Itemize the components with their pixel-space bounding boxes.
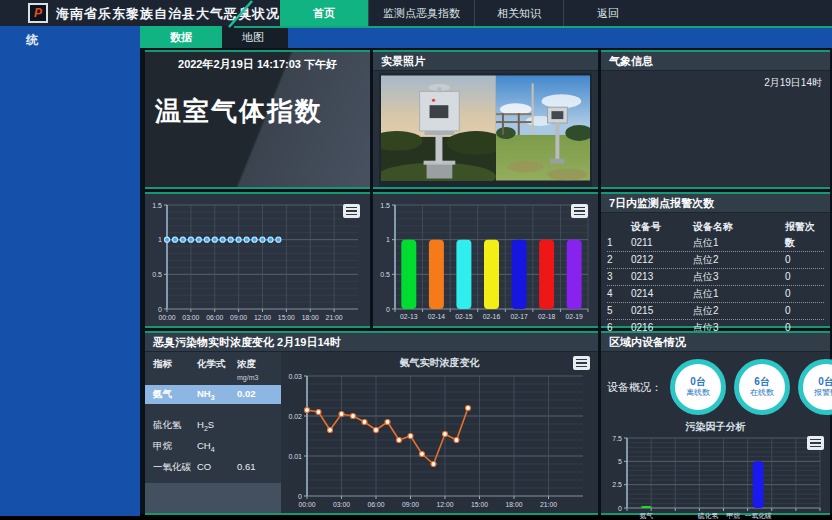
- pollutant-panel: 恶臭污染物实时浓度变化 2月19日14时 指标 化学式 浓度 mg/m3 氨气N…: [145, 331, 598, 515]
- pollutant-table: 指标 化学式 浓度 mg/m3 氨气NH30.02硫化氢H2S甲烷CH4一氧化碳…: [145, 352, 281, 513]
- tab-bar: 数据地图: [140, 26, 832, 48]
- device-stat-circle: 6台在线数: [734, 359, 790, 415]
- svg-text:15:00: 15:00: [471, 501, 488, 508]
- photo-strip: [379, 73, 592, 187]
- chart-menu-icon[interactable]: [573, 356, 590, 370]
- svg-text:06:00: 06:00: [206, 314, 223, 321]
- nav-item[interactable]: 相关知识: [474, 0, 563, 26]
- alarm-table: 设备号 设备名称 报警次数 10211点位1020212点位2030213点位3…: [601, 213, 830, 337]
- alarm-table-panel: 7日内监测点报警次数 设备号 设备名称 报警次数 10211点位1020212点…: [601, 192, 830, 328]
- svg-text:一氧化碳: 一氧化碳: [745, 512, 772, 520]
- svg-text:21:00: 21:00: [326, 314, 343, 321]
- chart-menu-icon[interactable]: [807, 436, 824, 450]
- svg-text:硫化氢: 硫化氢: [697, 512, 719, 520]
- svg-text:1.5: 1.5: [152, 202, 162, 209]
- tab-item[interactable]: 数据: [140, 26, 222, 48]
- svg-text:09:00: 09:00: [402, 501, 419, 508]
- pollutant-row[interactable]: 甲烷CH4: [145, 437, 281, 456]
- svg-text:18:00: 18:00: [302, 314, 319, 321]
- pollutant-body: 指标 化学式 浓度 mg/m3 氨气NH30.02硫化氢H2S甲烷CH4一氧化碳…: [145, 352, 598, 513]
- photos-panel-title: 实景照片: [373, 52, 598, 71]
- svg-text:2.5: 2.5: [612, 481, 622, 488]
- photo-monitoring-station-2: [496, 75, 590, 181]
- devices-panel-title: 区域内设备情况: [601, 333, 830, 352]
- svg-text:12:00: 12:00: [436, 501, 453, 508]
- svg-text:00:00: 00:00: [298, 501, 315, 508]
- pollutant-row[interactable]: 一氧化碳CO0.61: [145, 458, 281, 477]
- svg-text:0.03: 0.03: [288, 373, 302, 380]
- svg-text:0: 0: [158, 306, 162, 313]
- svg-text:02-16: 02-16: [483, 313, 501, 320]
- weather-panel: 气象信息 2月19日14时: [601, 50, 830, 189]
- svg-text:12:00: 12:00: [254, 314, 271, 321]
- svg-text:1: 1: [386, 236, 390, 243]
- devices-panel: 区域内设备情况 设备概况： 0台离线数6台在线数0台报警数 污染因子分析 02.…: [601, 331, 830, 515]
- alarm-table-row: 30213点位30: [607, 269, 824, 286]
- svg-text:0: 0: [618, 505, 622, 512]
- alarm-table-row: 50215点位20: [607, 303, 824, 320]
- svg-text:0.01: 0.01: [288, 453, 302, 460]
- svg-text:03:00: 03:00: [333, 501, 350, 508]
- pollution-bar-chart: 02.557.5氨气硫化氢甲烷一氧化碳: [601, 434, 828, 520]
- chart-menu-icon[interactable]: [343, 204, 360, 218]
- nav-item[interactable]: 返回: [563, 0, 652, 26]
- alarm-table-row: 20212点位20: [607, 252, 824, 269]
- svg-text:15:00: 15:00: [278, 314, 295, 321]
- chart-menu-icon[interactable]: [571, 204, 588, 218]
- top-header: P 海南省乐东黎族自治县大气恶臭状况实时发布系 首页监测点恶臭指数相关知识返回: [0, 0, 832, 26]
- datetime-text: 2022年2月19日 14:17:03 下午好: [145, 52, 370, 72]
- ammonia-chart-container: 氨气实时浓度变化 00.010.020.0300:0003:0006:0009:…: [281, 352, 598, 513]
- svg-text:氨气: 氨气: [640, 512, 654, 519]
- logo-glyph: P: [34, 7, 42, 19]
- pollution-chart-container: 02.557.5氨气硫化氢甲烷一氧化碳: [601, 434, 830, 520]
- daily-bar-chart-panel: 00.511.502-1302-1402-1502-1602-1702-1802…: [373, 192, 598, 328]
- nav-item[interactable]: 监测点恶臭指数: [368, 0, 474, 26]
- weather-body: 2月19日14时: [601, 71, 830, 186]
- svg-text:06:00: 06:00: [367, 501, 384, 508]
- pollutant-panel-title: 恶臭污染物实时浓度变化 2月19日14时: [145, 333, 598, 352]
- svg-text:0: 0: [386, 306, 390, 313]
- greeting-panel: 2022年2月19日 14:17:03 下午好 温室气体指数: [145, 50, 370, 189]
- svg-text:02-19: 02-19: [566, 313, 584, 320]
- svg-text:18:00: 18:00: [505, 501, 522, 508]
- svg-text:02-13: 02-13: [400, 313, 418, 320]
- svg-text:03:00: 03:00: [182, 314, 199, 321]
- device-stat-circle: 0台报警数: [798, 359, 832, 415]
- device-stat-circle: 0台离线数: [670, 359, 726, 415]
- svg-text:00:00: 00:00: [158, 314, 175, 321]
- app-logo: P: [28, 3, 48, 23]
- device-overview: 设备概况： 0台离线数6台在线数0台报警数: [601, 352, 830, 417]
- ammonia-chart-title: 氨气实时浓度变化: [281, 352, 598, 370]
- tab-strip: 数据地图: [140, 26, 288, 48]
- svg-text:21:00: 21:00: [540, 501, 557, 508]
- device-overview-label: 设备概况：: [607, 380, 662, 395]
- greenhouse-line-chart-panel: 00.511.500:0003:0006:0009:0012:0015:0018…: [145, 192, 370, 328]
- svg-text:0.5: 0.5: [380, 271, 390, 278]
- alarm-table-row: 40214点位10: [607, 286, 824, 303]
- svg-text:0: 0: [298, 493, 302, 500]
- svg-text:02-15: 02-15: [455, 313, 473, 320]
- svg-text:1.5: 1.5: [380, 202, 390, 209]
- photo-monitoring-station-1: [381, 75, 496, 181]
- ammonia-line-chart: 00.010.020.0300:0003:0006:0009:0012:0015…: [281, 370, 595, 510]
- pollution-analysis-title: 污染因子分析: [601, 417, 830, 434]
- main-nav: 首页监测点恶臭指数相关知识返回: [280, 0, 652, 26]
- svg-text:02-14: 02-14: [428, 313, 446, 320]
- tab-item[interactable]: 地图: [222, 26, 284, 48]
- nav-item[interactable]: 首页: [280, 0, 368, 26]
- svg-text:7.5: 7.5: [612, 435, 622, 442]
- svg-text:0.5: 0.5: [152, 271, 162, 278]
- pollutant-row[interactable]: 硫化氢H2S: [145, 416, 281, 435]
- table-filler: [145, 483, 281, 513]
- weather-datetime: 2月19日14时: [764, 76, 822, 90]
- alarm-table-header: 设备号 设备名称 报警次数: [607, 219, 824, 235]
- app-root: P 海南省乐东黎族自治县大气恶臭状况实时发布系 首页监测点恶臭指数相关知识返回 …: [0, 0, 832, 520]
- svg-text:0.02: 0.02: [288, 413, 302, 420]
- svg-text:02-18: 02-18: [538, 313, 556, 320]
- unit-label: mg/m3: [237, 374, 258, 381]
- pollutant-row[interactable]: 氨气NH30.02: [145, 385, 281, 404]
- daily-bar-chart: 00.511.502-1302-1402-1502-1602-1702-1802…: [373, 197, 596, 325]
- alarm-table-row: 10211点位10: [607, 235, 824, 252]
- sidebar-title-wrap: 统: [0, 26, 140, 49]
- svg-text:甲烷: 甲烷: [726, 512, 740, 520]
